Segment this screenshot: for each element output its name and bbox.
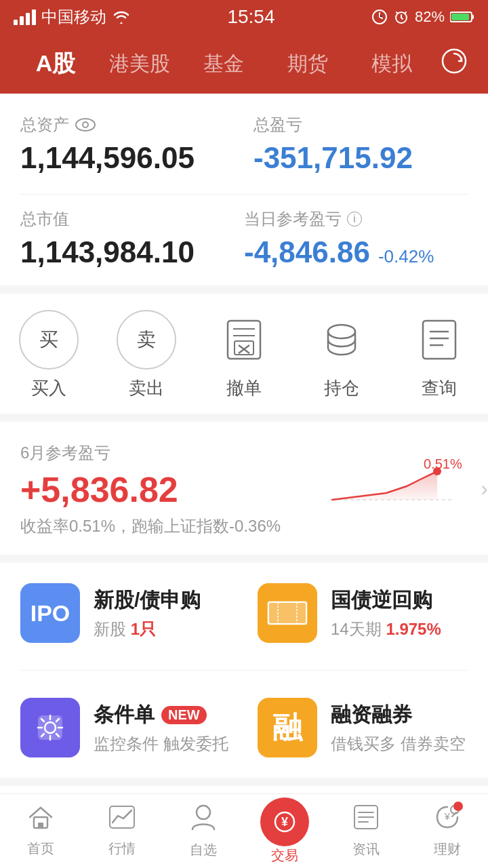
- margin-sub: 借钱买多 借券卖空: [331, 733, 466, 755]
- refresh-button[interactable]: [434, 47, 474, 81]
- cancel-action[interactable]: 撤单: [214, 310, 274, 400]
- sell-label: 卖出: [129, 376, 164, 400]
- position-label: 持仓: [324, 376, 359, 400]
- wealth-icon: ¥: [434, 804, 460, 836]
- repo-icon: [258, 583, 317, 643]
- daily-pnl-pct: -0.42%: [378, 246, 434, 267]
- sell-action[interactable]: 卖 卖出: [117, 310, 176, 400]
- battery-level: 82%: [415, 8, 445, 26]
- watchlist-icon: [191, 804, 216, 837]
- nav-tab-hk-us[interactable]: 港美股: [98, 43, 182, 85]
- repo-title: 国债逆回购: [331, 587, 441, 614]
- nav-tab-a-shares[interactable]: A股: [14, 41, 98, 86]
- new-badge: NEW: [161, 706, 207, 724]
- nav-tab-trade[interactable]: ¥ 交易: [244, 794, 325, 868]
- total-pnl-label: 总盈亏: [253, 114, 468, 136]
- ipo-info: 新股/债申购 新股 1只: [94, 587, 201, 640]
- daily-pnl-main: -4,846.86: [244, 235, 370, 269]
- market-value-block: 总市值 1,143,984.10: [20, 208, 244, 269]
- svg-rect-3: [472, 15, 474, 19]
- repo-info: 国债逆回购 14天期 1.975%: [331, 587, 441, 640]
- news-icon: [353, 804, 379, 836]
- svg-rect-4: [451, 14, 469, 20]
- carrier-label: 中国移动: [41, 6, 106, 28]
- wealth-tab-label: 理财: [434, 840, 461, 859]
- margin-title: 融资融券: [331, 701, 466, 729]
- home-icon: [27, 805, 54, 835]
- svg-text:¥: ¥: [444, 811, 450, 822]
- news-tab-label: 资讯: [352, 840, 380, 859]
- alarm-icon: [393, 9, 409, 25]
- total-pnl-value: -351,715.92: [253, 141, 468, 175]
- margin-icon: 融: [258, 698, 317, 757]
- position-action[interactable]: 持仓: [312, 310, 371, 400]
- service-section: IPO 新股/债申购 新股 1只: [0, 563, 488, 778]
- signal-icon: [14, 9, 36, 25]
- query-label: 查询: [422, 376, 457, 400]
- status-bar-time: 15:54: [227, 6, 274, 28]
- svg-rect-41: [38, 823, 43, 828]
- status-bar: 中国移动 15:54 82%: [0, 0, 488, 34]
- status-bar-right: 82%: [371, 8, 474, 26]
- svg-rect-22: [267, 601, 308, 625]
- nav-tab-fund[interactable]: 基金: [182, 43, 266, 85]
- svg-rect-15: [423, 321, 455, 359]
- trade-active-circle: ¥: [260, 797, 309, 846]
- sell-icon: 卖: [117, 310, 176, 370]
- market-value-value: 1,143,984.10: [20, 235, 244, 269]
- watchlist-tab-label: 自选: [190, 841, 217, 859]
- service-condition[interactable]: 条件单 NEW 监控条件 触发委托: [20, 698, 230, 757]
- total-assets-block: 总资产 1,144,596.05: [20, 114, 235, 175]
- eye-icon[interactable]: [75, 117, 96, 132]
- position-icon: [312, 310, 371, 370]
- ipo-icon: IPO: [20, 583, 80, 643]
- condition-info: 条件单 NEW 监控条件 触发委托: [94, 701, 228, 755]
- svg-text:0.51%: 0.51%: [424, 456, 462, 471]
- svg-point-26: [275, 598, 281, 601]
- market-tab-label: 行情: [108, 840, 136, 858]
- account-section: 总资产 1,144,596.05 总盈亏 -351,715.92 总市值 1,1…: [0, 94, 488, 285]
- monthly-detail-arrow[interactable]: ›: [481, 476, 488, 501]
- daily-pnl-info-icon[interactable]: i: [347, 212, 362, 226]
- nav-tab-market[interactable]: 行情: [81, 794, 163, 868]
- total-pnl-block: 总盈亏 -351,715.92: [253, 114, 468, 175]
- repo-sub: 14天期 1.975%: [331, 618, 441, 640]
- sun-settings-icon: [33, 710, 68, 745]
- nav-tab-wealth[interactable]: ¥ 理财: [407, 794, 488, 868]
- svg-point-7: [83, 122, 88, 127]
- header-nav: A股 港美股 基金 期货 模拟: [0, 34, 488, 94]
- monthly-section: 6月参考盈亏 +5,836.82 收益率0.51%，跑输上证指数-0.36% 0…: [0, 422, 488, 555]
- ticket-icon: [267, 598, 308, 628]
- daily-pnl-value-group: -4,846.86 -0.42%: [244, 235, 468, 269]
- nav-tab-simulate[interactable]: 模拟: [350, 43, 434, 85]
- svg-point-28: [294, 598, 300, 601]
- buy-icon: 买: [19, 310, 79, 370]
- svg-point-43: [197, 806, 210, 819]
- monthly-value: +5,836.82: [20, 469, 319, 510]
- ipo-title: 新股/债申购: [94, 587, 201, 614]
- refresh-icon: [440, 47, 468, 75]
- margin-info: 融资融券 借钱买多 借券卖空: [331, 701, 466, 755]
- nav-tab-futures[interactable]: 期货: [266, 43, 350, 85]
- svg-text:¥: ¥: [281, 815, 288, 829]
- total-assets-label: 总资产: [20, 114, 235, 136]
- svg-point-29: [294, 625, 300, 628]
- service-repo[interactable]: 国债逆回购 14天期 1.975%: [258, 583, 468, 643]
- wifi-icon: [112, 9, 131, 24]
- nav-tab-home[interactable]: 首页: [0, 794, 81, 868]
- service-ipo[interactable]: IPO 新股/债申购 新股 1只: [20, 583, 230, 643]
- service-divider: [20, 670, 468, 671]
- nav-tab-watchlist[interactable]: 自选: [163, 794, 244, 868]
- clock-icon: [371, 9, 388, 25]
- service-margin[interactable]: 融 融资融券 借钱买多 借券卖空: [258, 698, 468, 757]
- svg-point-6: [76, 119, 95, 131]
- nav-tab-news[interactable]: 资讯: [325, 794, 407, 868]
- daily-pnl-block: 当日参考盈亏 i -4,846.86 -0.42%: [244, 208, 468, 269]
- market-value-label: 总市值: [20, 208, 244, 230]
- buy-action[interactable]: 买 买入: [19, 310, 79, 400]
- status-bar-left: 中国移动: [14, 6, 131, 28]
- battery-icon: [450, 11, 474, 23]
- svg-rect-8: [228, 321, 260, 359]
- query-action[interactable]: 查询: [409, 310, 469, 400]
- svg-point-50: [451, 806, 459, 814]
